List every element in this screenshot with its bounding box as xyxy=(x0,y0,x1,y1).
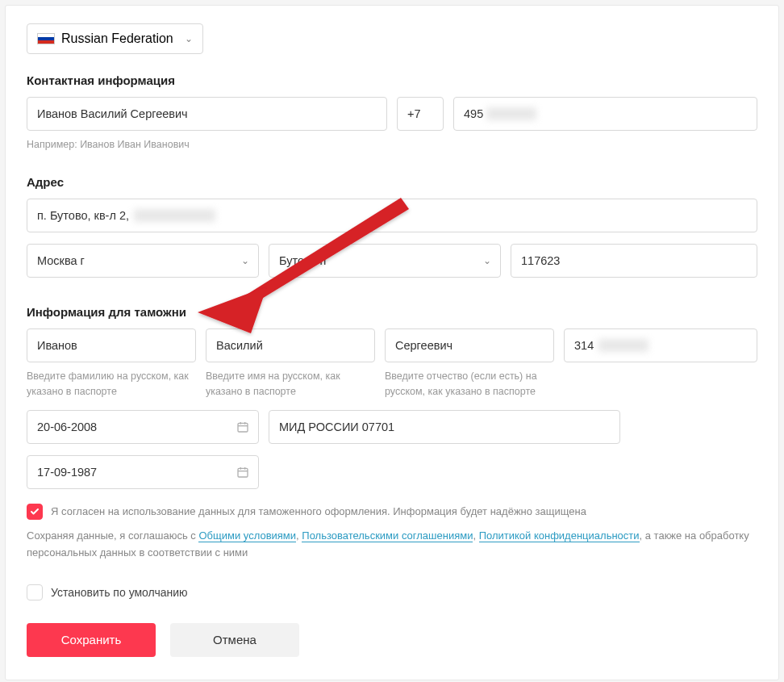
customs-firstname-input[interactable] xyxy=(206,328,375,362)
consent-label: Я согласен на использование данных для т… xyxy=(51,504,586,520)
customs-date2-input[interactable] xyxy=(27,455,259,489)
legal-link-terms[interactable]: Общими условиями xyxy=(198,529,296,542)
customs-section-title: Информация для таможни xyxy=(27,305,757,319)
address-section-title: Адрес xyxy=(27,175,757,189)
contact-section-title: Контактная информация xyxy=(27,73,757,87)
customs-date1-input[interactable] xyxy=(27,410,259,444)
legal-text: Сохраняя данные, я соглашаюсь с Общими у… xyxy=(27,528,757,562)
country-label: Russian Federation xyxy=(61,31,173,46)
phone-number-input[interactable]: 495 ██████ xyxy=(453,97,757,131)
customs-lastname-input[interactable] xyxy=(27,328,196,362)
legal-link-privacy[interactable]: Политикой конфиденциальности xyxy=(479,529,640,542)
chevron-down-icon: ⌄ xyxy=(185,33,193,44)
city-select[interactable] xyxy=(27,244,259,278)
full-name-input[interactable] xyxy=(27,97,387,131)
legal-link-user-agreement[interactable]: Пользовательскими соглашениями xyxy=(302,529,473,542)
flag-rus-icon xyxy=(37,33,55,44)
form-card: Russian Federation ⌄ Контактная информац… xyxy=(5,5,779,680)
cancel-button[interactable]: Отмена xyxy=(170,623,299,657)
default-checkbox-label: Установить по умолчанию xyxy=(51,586,188,599)
street-input[interactable]: п. Бутово, кв-л 2, ████ ███ ██ xyxy=(27,199,757,232)
patronymic-hint: Введите отчество (если есть) на русском,… xyxy=(385,369,554,400)
customs-patronymic-input[interactable] xyxy=(385,328,554,362)
phone-prefix-input[interactable] xyxy=(397,97,444,131)
consent-checkbox[interactable] xyxy=(27,504,43,520)
lastname-hint: Введите фамилию на русском, как указано … xyxy=(27,369,196,400)
full-name-hint: Например: Иванов Иван Иванович xyxy=(27,137,757,153)
firstname-hint: Введите имя на русском, как указано в па… xyxy=(206,369,375,400)
district-select[interactable] xyxy=(269,244,501,278)
country-selector[interactable]: Russian Federation ⌄ xyxy=(27,23,203,54)
customs-inn-input[interactable]: 314 ██████ xyxy=(564,328,757,362)
postcode-input[interactable] xyxy=(511,244,757,278)
customs-issuer-input[interactable] xyxy=(269,410,620,444)
save-button[interactable]: Сохранить xyxy=(27,623,156,657)
default-checkbox[interactable] xyxy=(27,584,43,600)
